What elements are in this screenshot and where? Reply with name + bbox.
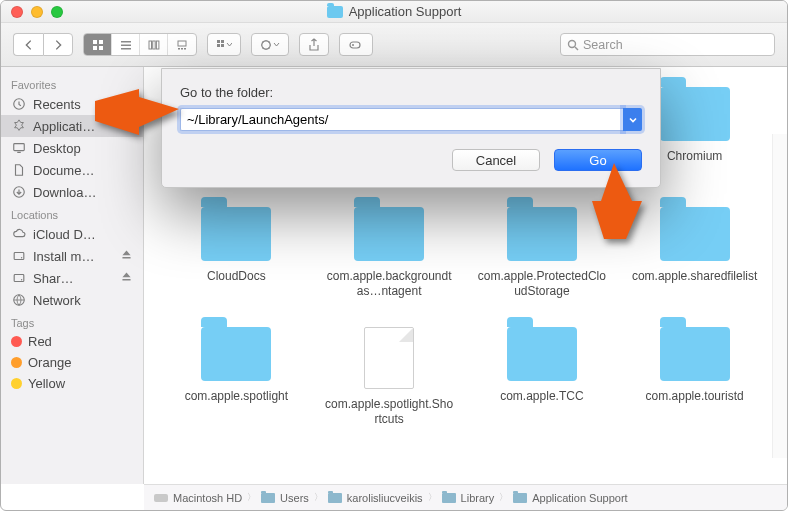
disk-icon [11, 270, 27, 286]
toolbar: Search [1, 23, 787, 67]
file-item[interactable]: com.apple.spotlight [162, 323, 311, 443]
group-by-button[interactable] [207, 33, 241, 56]
tag-dot-icon [11, 378, 22, 389]
path-segment[interactable]: karolisliucveikis [328, 492, 423, 504]
file-name-label: com.apple.spotlight [185, 389, 288, 404]
scrollbar[interactable] [772, 134, 787, 458]
svg-rect-27 [14, 275, 24, 282]
list-view-button[interactable] [112, 34, 140, 55]
sidebar-item-label: Yellow [28, 376, 133, 391]
column-view-button[interactable] [140, 34, 168, 55]
download-icon [11, 184, 27, 200]
svg-rect-14 [217, 40, 220, 43]
sidebar-item[interactable]: Docume… [1, 159, 143, 181]
gallery-view-button[interactable] [168, 34, 196, 55]
sidebar-item-label: Downloa… [33, 185, 133, 200]
folder-path-input[interactable] [180, 108, 623, 131]
window-title: Application Support [349, 4, 462, 19]
sidebar-item-label: Desktop [33, 141, 133, 156]
disk-icon [11, 248, 27, 264]
sidebar-item[interactable]: Downloa… [1, 181, 143, 203]
svg-rect-2 [93, 46, 97, 50]
svg-rect-4 [121, 41, 131, 43]
folder-icon [261, 493, 275, 503]
eject-icon[interactable] [120, 270, 133, 286]
folder-icon [660, 207, 730, 261]
path-segment[interactable]: Users [261, 492, 309, 504]
svg-rect-17 [221, 44, 224, 47]
forward-button[interactable] [43, 33, 73, 56]
path-bar: Macintosh HD〉Users〉karolisliucveikis〉Lib… [144, 484, 787, 510]
folder-icon [513, 493, 527, 503]
sidebar-heading: Locations [1, 203, 143, 223]
finder-window: Application Support Search FavoritesRece… [0, 0, 788, 511]
apps-icon [11, 118, 27, 134]
search-field[interactable]: Search [560, 33, 775, 56]
edit-tags-button[interactable] [339, 33, 373, 56]
file-item[interactable]: com.apple.backgroundtas…ntagent [315, 203, 464, 323]
tag-dot-icon [11, 357, 22, 368]
action-menu-button[interactable] [251, 33, 289, 56]
file-item[interactable]: com.apple.TCC [468, 323, 617, 443]
svg-point-28 [21, 279, 22, 280]
svg-rect-8 [152, 41, 155, 49]
path-label: karolisliucveikis [347, 492, 423, 504]
svg-rect-10 [178, 41, 186, 46]
sidebar-heading: Tags [1, 311, 143, 331]
search-icon [567, 39, 579, 51]
svg-rect-12 [181, 48, 183, 50]
annotation-arrow-input [93, 87, 183, 139]
svg-point-20 [352, 44, 354, 46]
file-item[interactable]: CloudDocs [162, 203, 311, 323]
folder-icon [507, 207, 577, 261]
file-item[interactable]: com.apple.touristd [620, 323, 769, 443]
svg-rect-13 [184, 48, 186, 50]
sidebar-item[interactable]: Network [1, 289, 143, 311]
document-icon [364, 327, 414, 389]
path-segment[interactable]: Library [442, 492, 495, 504]
eject-icon[interactable] [120, 248, 133, 264]
svg-rect-3 [99, 46, 103, 50]
sidebar-item-label: Network [33, 293, 133, 308]
nav-buttons [13, 33, 73, 56]
svg-rect-9 [156, 41, 159, 49]
share-button[interactable] [299, 33, 329, 56]
back-button[interactable] [13, 33, 43, 56]
sidebar-item[interactable]: Shar… [1, 267, 143, 289]
path-segment[interactable]: Macintosh HD [154, 492, 242, 504]
sidebar-item[interactable]: Desktop [1, 137, 143, 159]
sidebar-item[interactable]: Red [1, 331, 143, 352]
tag-dot-icon [11, 336, 22, 347]
sidebar-item-label: Shar… [33, 271, 114, 286]
path-history-dropdown[interactable] [623, 108, 642, 131]
file-name-label: CloudDocs [207, 269, 266, 284]
cancel-button[interactable]: Cancel [452, 149, 540, 171]
sidebar-item[interactable]: Install m… [1, 245, 143, 267]
sidebar-item[interactable]: Yellow [1, 373, 143, 394]
chevron-right-icon: 〉 [314, 491, 323, 504]
sidebar-item[interactable]: iCloud D… [1, 223, 143, 245]
file-item[interactable]: com.apple.spotlight.Shortcuts [315, 323, 464, 443]
folder-icon [660, 327, 730, 381]
svg-rect-1 [99, 40, 103, 44]
path-segment[interactable]: Application Support [513, 492, 627, 504]
sidebar-item[interactable]: Orange [1, 352, 143, 373]
desktop-icon [11, 140, 27, 156]
svg-point-21 [569, 40, 576, 47]
svg-rect-19 [350, 42, 360, 48]
icon-view-button[interactable] [84, 34, 112, 55]
chevron-right-icon: 〉 [499, 491, 508, 504]
go-to-folder-dialog: Go to the folder: Cancel Go [161, 68, 661, 188]
sidebar-item-label: Docume… [33, 163, 133, 178]
file-name-label: com.apple.spotlight.Shortcuts [324, 397, 454, 427]
svg-rect-7 [149, 41, 152, 49]
chevron-right-icon: 〉 [247, 491, 256, 504]
titlebar: Application Support [1, 1, 787, 23]
folder-icon [201, 207, 271, 261]
folder-icon [354, 207, 424, 261]
file-name-label: com.apple.ProtectedCloudStorage [477, 269, 607, 299]
search-placeholder: Search [583, 38, 623, 52]
folder-icon [327, 6, 343, 18]
folder-icon [201, 327, 271, 381]
folder-icon [328, 493, 342, 503]
